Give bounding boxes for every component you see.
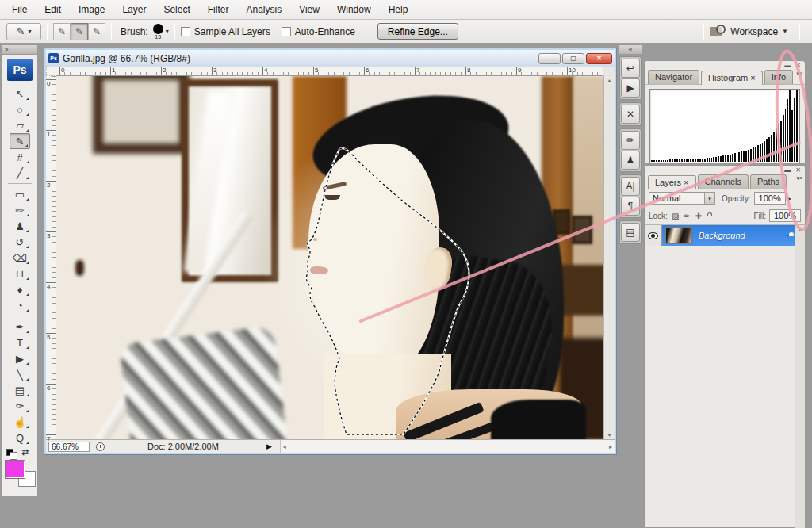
menu-item-file[interactable]: File bbox=[3, 0, 36, 19]
layer-row-background[interactable]: Background bbox=[645, 225, 795, 246]
minimize-button[interactable]: — bbox=[538, 53, 561, 64]
ruler-number: 7 bbox=[47, 435, 50, 442]
menu-item-layer[interactable]: Layer bbox=[113, 0, 155, 19]
menu-item-filter[interactable]: Filter bbox=[199, 0, 238, 19]
notes-tool[interactable]: ▤ bbox=[10, 382, 30, 398]
crop-tool[interactable]: # bbox=[10, 149, 30, 165]
lasso-tool[interactable]: ▱ bbox=[10, 117, 30, 133]
new-selection-button[interactable]: ✎ bbox=[53, 23, 71, 40]
layer-visibility-toggle[interactable] bbox=[645, 225, 662, 246]
panel-menu-icon[interactable]: ▾≡ bbox=[796, 71, 802, 76]
add-to-selection-button[interactable]: ✎ bbox=[71, 23, 88, 40]
refine-edge-button[interactable]: Refine Edge... bbox=[377, 23, 458, 40]
scroll-left-icon[interactable]: ◂ bbox=[283, 443, 286, 450]
blur-tool[interactable]: ♦ bbox=[10, 281, 30, 297]
gradient-tool[interactable]: ⊔ bbox=[10, 266, 30, 281]
panel-minimize-icon[interactable]: ▬ bbox=[784, 62, 791, 69]
palette-collapse-button[interactable]: » bbox=[2, 44, 38, 54]
elliptical-marquee-tool[interactable]: ○ bbox=[10, 101, 30, 117]
panel-tab-layers[interactable]: Layers × bbox=[648, 175, 696, 189]
sample-all-layers-option[interactable]: Sample All Layers bbox=[181, 26, 270, 37]
history-brush-tool[interactable]: ↺ bbox=[10, 234, 30, 250]
blend-mode-select[interactable]: Normal ▾ bbox=[649, 192, 715, 205]
panel-close-icon[interactable]: ✕ bbox=[795, 166, 801, 174]
zoom-tool[interactable]: Q bbox=[10, 430, 30, 446]
slice-tool[interactable]: ╱ bbox=[10, 165, 30, 181]
path-selection-tool[interactable]: ▶ bbox=[10, 350, 30, 366]
close-button[interactable]: ✕ bbox=[586, 53, 612, 64]
vertical-ruler[interactable]: 01234567 bbox=[46, 76, 56, 439]
zoom-level-field[interactable]: 66.67% bbox=[48, 442, 90, 452]
horizontal-ruler[interactable]: 012345678910 bbox=[56, 67, 603, 76]
workspace-dropdown-arrow[interactable]: ▼ bbox=[782, 28, 788, 35]
move-tool[interactable]: ↖ bbox=[10, 86, 30, 101]
menu-item-window[interactable]: Window bbox=[328, 0, 380, 19]
dock-collapse-button[interactable]: « bbox=[619, 44, 642, 54]
eraser-tool[interactable]: ⌫ bbox=[10, 250, 30, 266]
menu-item-edit[interactable]: Edit bbox=[36, 0, 70, 19]
fill-field[interactable]: 100% bbox=[769, 209, 801, 222]
document-titlebar[interactable]: Ps Gorilla.jpg @ 66.7% (RGB/8#) — ▢ ✕ bbox=[46, 50, 615, 67]
maximize-button[interactable]: ▢ bbox=[562, 53, 584, 64]
panel-tab-histogram[interactable]: Histogram × bbox=[701, 71, 763, 85]
panel-tab-paths[interactable]: Paths bbox=[750, 174, 787, 189]
menu-item-help[interactable]: Help bbox=[380, 0, 417, 19]
auto-enhance-option[interactable]: Auto-Enhance bbox=[282, 26, 355, 37]
brush-tool[interactable]: ✏ bbox=[10, 202, 30, 218]
opacity-field[interactable]: 100% bbox=[754, 192, 786, 205]
actions-panel-icon[interactable]: ▶ bbox=[621, 78, 640, 98]
menu-item-select[interactable]: Select bbox=[155, 0, 198, 19]
dodge-tool[interactable]: ◔ bbox=[10, 297, 30, 313]
swap-colors-icon[interactable]: ⇄ bbox=[21, 447, 29, 457]
quick-selection-tool[interactable]: ✎ bbox=[10, 133, 30, 149]
horizontal-scrollbar[interactable]: ◂ ▸ bbox=[280, 440, 615, 453]
scroll-up-icon[interactable]: ▲ bbox=[607, 78, 612, 83]
lock-transparency-icon[interactable]: ▨ bbox=[672, 212, 679, 220]
history-panel-icon[interactable]: ↩ bbox=[621, 59, 640, 78]
menu-item-analysis[interactable]: Analysis bbox=[237, 0, 290, 19]
eyedropper-tool-flyout-icon bbox=[26, 410, 29, 412]
line-tool[interactable]: ╲ bbox=[10, 366, 30, 382]
brushes-panel-icon[interactable]: ✏ bbox=[621, 131, 640, 150]
paragraph-panel-icon[interactable]: ¶ bbox=[621, 197, 640, 216]
type-tool[interactable]: T bbox=[10, 335, 30, 350]
lock-paint-icon[interactable]: ✏ bbox=[684, 212, 690, 220]
brush-preview-button[interactable]: 15 bbox=[153, 24, 163, 40]
menu-item-view[interactable]: View bbox=[290, 0, 328, 19]
character-panel-icon[interactable]: A| bbox=[621, 177, 640, 196]
vertical-scrollbar[interactable]: ▲ ▼ bbox=[603, 76, 615, 439]
brush-dropdown-arrow[interactable]: ▾ bbox=[166, 28, 169, 35]
foreground-color-swatch[interactable] bbox=[5, 460, 25, 479]
image-canvas[interactable] bbox=[56, 76, 603, 439]
panel-minimize-icon[interactable]: ▬ bbox=[784, 166, 791, 174]
panel-tab-info[interactable]: Info bbox=[764, 70, 793, 84]
scroll-right-icon[interactable]: ▸ bbox=[609, 443, 612, 450]
subtract-from-selection-button[interactable]: ✎ bbox=[88, 23, 105, 40]
panel-close-icon[interactable]: ✕ bbox=[795, 62, 801, 69]
ruler-origin-box[interactable] bbox=[46, 67, 56, 76]
sample-all-layers-checkbox[interactable] bbox=[181, 27, 190, 36]
layers-scrollbar[interactable]: ▲ bbox=[795, 225, 805, 528]
bridge-icon[interactable] bbox=[710, 27, 722, 36]
layer-thumbnail[interactable] bbox=[665, 227, 692, 244]
panel-menu-icon[interactable]: ▾≡ bbox=[796, 176, 802, 181]
menu-item-image[interactable]: Image bbox=[70, 0, 113, 19]
tool-presets-panel-icon[interactable]: ✕ bbox=[621, 105, 640, 124]
panel-tab-navigator[interactable]: Navigator bbox=[648, 70, 699, 84]
layer-comps-panel-icon[interactable]: ▤ bbox=[621, 223, 640, 242]
opacity-spinner-icon[interactable]: ▸ bbox=[788, 195, 791, 202]
scroll-down-icon[interactable]: ▼ bbox=[607, 432, 612, 438]
hand-tool[interactable]: ☝ bbox=[10, 414, 30, 430]
clone-stamp-tool[interactable]: ♟ bbox=[10, 218, 30, 234]
lock-position-icon[interactable]: ✚ bbox=[695, 212, 702, 220]
panel-tab-channels[interactable]: Channels bbox=[698, 174, 749, 189]
spot-healing-brush-tool[interactable]: ▭ bbox=[10, 186, 30, 202]
eyedropper-tool[interactable]: ✑ bbox=[10, 398, 30, 414]
clone-source-panel-icon[interactable]: ♟ bbox=[621, 151, 640, 170]
chevron-down-icon[interactable]: ▾ bbox=[704, 193, 714, 204]
auto-enhance-checkbox[interactable] bbox=[282, 27, 291, 36]
default-colors-icon[interactable] bbox=[6, 449, 13, 456]
pen-tool[interactable]: ✒ bbox=[10, 319, 30, 335]
status-options-arrow[interactable]: ▶ bbox=[266, 442, 272, 450]
current-tool-button[interactable]: ✎ ▾ bbox=[6, 23, 41, 40]
